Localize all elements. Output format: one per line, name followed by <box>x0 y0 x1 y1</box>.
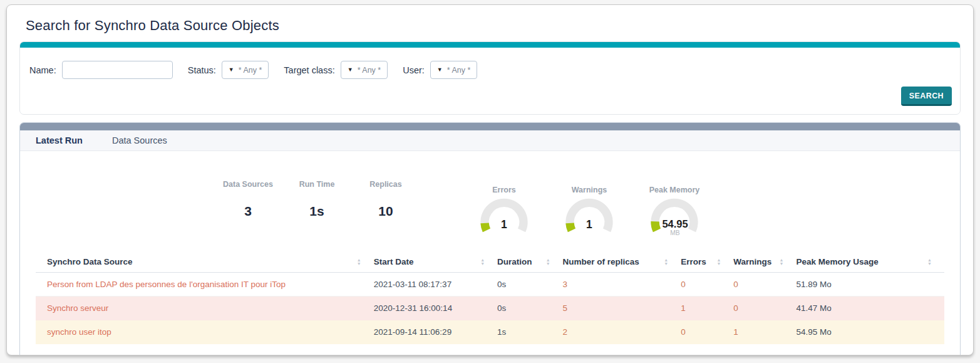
gauge-arc-icon: 1 <box>559 195 619 235</box>
sort-icon[interactable]: ▲▼ <box>664 258 668 265</box>
target-class-label: Target class: <box>284 65 334 75</box>
col-header-peak-memory-usage[interactable]: Peak Memory Usage▲▼ <box>796 251 944 273</box>
search-button[interactable]: SEARCH <box>901 87 952 106</box>
search-panel: Name: Status: ▼ * Any * Target class: ▼ … <box>19 41 961 115</box>
status-dropdown[interactable]: ▼ * Any * <box>222 61 269 79</box>
col-header-start-date[interactable]: Start Date▲▼ <box>374 251 497 273</box>
gauge-arc-icon: 54.95 MB <box>644 195 704 236</box>
gauge-arc-icon: 1 <box>474 195 534 235</box>
stat-run-time: Run Time 1s <box>283 180 351 219</box>
gauges-row: Errors 1 Warnings 1 <box>454 180 709 236</box>
user-label: User: <box>403 65 425 75</box>
gauge-value: 54.95 <box>662 218 688 229</box>
results-panel: Latest Run Data Sources Data Sources 3 R… <box>19 122 961 355</box>
gauge-label: Warnings <box>554 186 624 194</box>
start-date-cell: 2021-09-14 11:06:29 <box>374 320 497 344</box>
target-class-dropdown[interactable]: ▼ * Any * <box>341 61 388 79</box>
tab-strip: Latest Run Data Sources <box>20 130 960 151</box>
table-header-row: Synchro Data Source▲▼ Start Date▲▼ Durat… <box>36 251 944 273</box>
col-header-synchro-data-source[interactable]: Synchro Data Source▲▼ <box>36 251 374 273</box>
data-source-link[interactable]: synchro user itop <box>36 320 374 344</box>
col-header-warnings[interactable]: Warnings▲▼ <box>733 251 796 273</box>
warnings-cell: 1 <box>733 320 796 344</box>
gauge-value: 1 <box>501 218 507 231</box>
panel-bottom-spacer <box>20 344 960 355</box>
stat-value: 1s <box>283 204 351 219</box>
sort-icon[interactable]: ▲▼ <box>480 258 485 265</box>
start-date-cell: 2021-03-11 08:17:37 <box>374 273 497 297</box>
errors-cell: 0 <box>681 273 733 297</box>
sort-icon[interactable]: ▲▼ <box>716 258 721 265</box>
search-button-row: SEARCH <box>20 84 960 114</box>
chevron-down-icon: ▼ <box>437 67 443 73</box>
stat-value: 3 <box>214 204 282 219</box>
errors-cell: 0 <box>681 320 733 344</box>
sort-icon[interactable]: ▲▼ <box>780 258 784 265</box>
duration-cell: 0s <box>497 297 562 320</box>
peak-memory-cell: 54.95 Mo <box>796 320 944 344</box>
page-content: Search for Synchro Data Source Objects N… <box>7 5 973 355</box>
chevron-down-icon: ▼ <box>229 67 234 73</box>
user-dropdown-value: * Any * <box>447 66 471 75</box>
stat-label: Replicas <box>352 180 420 189</box>
latest-run-dashboard: Data Sources 3 Run Time 1s Replicas 10 E… <box>20 151 960 241</box>
col-header-duration[interactable]: Duration▲▼ <box>497 251 562 273</box>
page-title: Search for Synchro Data Source Objects <box>19 14 961 41</box>
sort-icon[interactable]: ▲▼ <box>357 258 361 265</box>
data-source-link[interactable]: Synchro serveur <box>36 297 374 320</box>
search-form-row: Name: Status: ▼ * Any * Target class: ▼ … <box>20 48 960 84</box>
replicas-cell: 5 <box>563 297 681 320</box>
col-header-errors[interactable]: Errors▲▼ <box>681 251 733 273</box>
errors-gauge: Errors 1 <box>469 186 539 236</box>
warnings-gauge: Warnings 1 <box>554 186 624 236</box>
tab-latest-run[interactable]: Latest Run <box>36 135 83 145</box>
stat-label: Run Time <box>283 180 351 189</box>
name-label: Name: <box>29 65 56 75</box>
stat-value: 10 <box>352 204 420 219</box>
gauge-label: Peak Memory <box>639 186 709 194</box>
tab-data-sources[interactable]: Data Sources <box>112 135 167 145</box>
target-class-dropdown-value: * Any * <box>358 66 381 75</box>
name-input[interactable] <box>62 61 173 79</box>
peak-memory-cell: 51.89 Mo <box>796 273 944 297</box>
latest-run-table: Synchro Data Source▲▼ Start Date▲▼ Durat… <box>36 251 944 344</box>
stat-label: Data Sources <box>214 180 282 189</box>
gauge-value: 1 <box>586 218 592 231</box>
teal-accent-bar <box>20 42 960 48</box>
start-date-cell: 2020-12-31 16:00:14 <box>374 297 497 320</box>
peak-memory-gauge: Peak Memory 54.95 MB <box>639 186 709 236</box>
errors-cell: 1 <box>681 297 733 320</box>
warnings-cell: 0 <box>733 273 796 297</box>
table-row: synchro user itop 2021-09-14 11:06:29 1s… <box>36 320 944 344</box>
status-label: Status: <box>188 65 216 75</box>
sort-icon[interactable]: ▲▼ <box>927 258 932 265</box>
slate-accent-bar <box>20 123 960 130</box>
peak-memory-cell: 41.47 Mo <box>796 297 944 320</box>
replicas-cell: 3 <box>563 273 681 297</box>
col-header-number-of-replicas[interactable]: Number of replicas▲▼ <box>563 251 681 273</box>
user-dropdown[interactable]: ▼ * Any * <box>430 61 477 79</box>
status-dropdown-value: * Any * <box>239 66 262 75</box>
gauge-unit: MB <box>670 229 680 236</box>
table-row: Person from LDAP des personnes de l'orga… <box>36 273 944 297</box>
duration-cell: 1s <box>497 320 562 344</box>
data-source-link[interactable]: Person from LDAP des personnes de l'orga… <box>36 273 374 297</box>
replicas-cell: 2 <box>563 320 681 344</box>
app-window: Search for Synchro Data Source Objects N… <box>6 4 974 355</box>
table-row: Synchro serveur 2020-12-31 16:00:14 0s 5… <box>36 297 944 320</box>
gauge-label: Errors <box>469 186 539 194</box>
stat-replicas: Replicas 10 <box>352 180 420 219</box>
chevron-down-icon: ▼ <box>348 67 353 73</box>
stat-data-sources: Data Sources 3 <box>214 180 282 219</box>
warnings-cell: 0 <box>733 297 796 320</box>
sort-icon[interactable]: ▲▼ <box>546 258 550 265</box>
duration-cell: 0s <box>497 273 562 297</box>
